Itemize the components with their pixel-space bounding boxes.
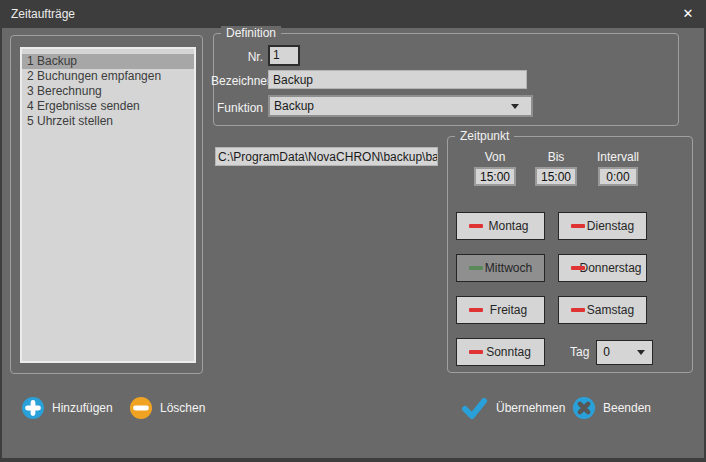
bis-input[interactable]: 15:00 <box>535 167 577 186</box>
task-listbox[interactable]: 1 Backup 2 Buchungen empfangen 3 Berechn… <box>20 47 196 363</box>
day-button-freitag[interactable]: Freitag <box>456 296 545 324</box>
chevron-down-icon <box>511 104 519 109</box>
day-button-donnerstag[interactable]: Donnerstag <box>558 254 647 282</box>
apply-button-label: Übernehmen <box>496 401 565 415</box>
delete-button-label: Löschen <box>160 401 205 415</box>
checkmark-icon <box>461 398 488 419</box>
tag-label: Tag <box>570 345 589 359</box>
day-button-sonntag[interactable]: Sonntag <box>456 338 545 366</box>
bezeichner-label: Bezeichner <box>211 74 263 88</box>
plus-circle-icon <box>22 397 44 419</box>
tag-row: Tag 0 <box>558 338 654 366</box>
day-state-dash-icon <box>571 266 585 270</box>
day-button-samstag[interactable]: Samstag <box>558 296 647 324</box>
day-button-montag[interactable]: Montag <box>456 212 545 240</box>
list-item[interactable]: 1 Backup <box>22 54 194 69</box>
day-state-dash-icon <box>469 266 483 270</box>
list-item[interactable]: 5 Uhrzeit stellen <box>22 114 194 129</box>
funktion-value: Backup <box>274 99 314 113</box>
von-input[interactable]: 15:00 <box>474 167 516 186</box>
delete-button[interactable]: Löschen <box>130 397 205 419</box>
nr-label: Nr. <box>211 50 263 64</box>
apply-button[interactable]: Übernehmen <box>461 397 565 419</box>
minus-circle-icon <box>130 397 152 419</box>
weekday-buttons: Montag Dienstag Mittwoch Donnerstag Frei… <box>456 212 647 366</box>
funktion-dropdown[interactable]: Backup <box>268 95 533 117</box>
bezeichner-input[interactable]: Backup <box>268 70 527 89</box>
list-item[interactable]: 3 Berechnung <box>22 84 194 99</box>
tag-value: 0 <box>603 345 610 359</box>
intervall-input[interactable]: 0:00 <box>598 167 638 186</box>
zeitauftraege-dialog: Zeitaufträge ✕ 1 Backup 2 Buchungen empf… <box>0 0 706 462</box>
day-state-dash-icon <box>469 308 483 312</box>
von-label: Von <box>467 150 523 165</box>
day-state-dash-icon <box>571 224 585 228</box>
close-window-icon[interactable]: ✕ <box>677 4 699 24</box>
add-button-label: Hinzufügen <box>52 401 113 415</box>
day-button-mittwoch[interactable]: Mittwoch <box>456 254 545 282</box>
x-circle-icon <box>573 397 595 419</box>
exit-button[interactable]: Beenden <box>573 397 651 419</box>
bis-label: Bis <box>528 150 584 165</box>
window-title: Zeitaufträge <box>11 7 75 21</box>
backup-path-input[interactable]: C:\ProgramData\NovaCHRON\backup\back <box>215 147 438 166</box>
list-item[interactable]: 4 Ergebnisse senden <box>22 99 194 114</box>
chevron-down-icon <box>637 350 645 355</box>
definition-legend: Definition <box>221 26 281 40</box>
day-button-dienstag[interactable]: Dienstag <box>558 212 647 240</box>
nr-input[interactable]: 1 <box>268 45 300 66</box>
add-button[interactable]: Hinzufügen <box>22 397 113 419</box>
day-state-dash-icon <box>469 350 483 354</box>
day-state-dash-icon <box>571 308 585 312</box>
zeitpunkt-legend: Zeitpunkt <box>455 129 514 143</box>
exit-button-label: Beenden <box>603 401 651 415</box>
tag-dropdown[interactable]: 0 <box>596 340 653 365</box>
intervall-label: Intervall <box>590 150 646 165</box>
funktion-label: Funktion <box>211 101 263 115</box>
day-state-dash-icon <box>469 224 483 228</box>
list-item[interactable]: 2 Buchungen empfangen <box>22 69 194 84</box>
